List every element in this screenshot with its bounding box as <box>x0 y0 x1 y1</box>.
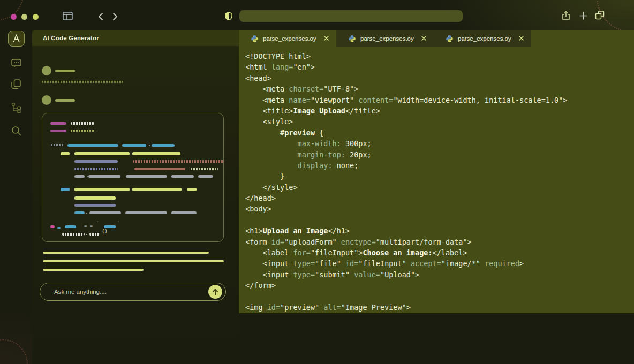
skeleton-bar <box>191 168 218 170</box>
code-line: </form> <box>245 280 634 291</box>
skeleton-glyph: () <box>102 229 108 234</box>
code-line: } <box>245 171 634 181</box>
code-line: </head> <box>245 193 634 203</box>
sidebar-item-app-logo[interactable] <box>0 31 32 47</box>
skeleton-bar <box>74 196 116 200</box>
ai-panel: AI Code Generator = =``() <box>32 30 239 364</box>
skeleton-bar <box>57 227 61 229</box>
sidebar-item-chat[interactable] <box>0 59 32 68</box>
skeleton-glyph: = = <box>84 223 93 229</box>
code-line: <input type="submit" value="Upload"> <box>245 269 634 280</box>
skeleton-name-bar <box>55 99 75 102</box>
skeleton-bar <box>50 122 66 125</box>
close-icon[interactable] <box>421 35 426 42</box>
arrow-up-icon <box>212 289 218 295</box>
code-area[interactable]: <!DOCTYPE html><html lang="en"><head> <m… <box>239 47 634 313</box>
editor-tab[interactable]: parse_expenses.oy <box>434 30 531 47</box>
code-line: <head> <box>245 73 634 84</box>
skeleton-avatar <box>42 66 51 75</box>
traffic-light-zoom[interactable] <box>33 14 39 20</box>
ask-input-container <box>40 283 226 301</box>
skeleton-bar <box>62 233 85 236</box>
code-line: <body> <box>245 203 634 214</box>
code-line: <meta name="viewport" content="width=dev… <box>245 95 634 105</box>
code-line: <form id="uploadForm" enctype="multipart… <box>245 237 634 247</box>
skeleton-glyph: ` <box>96 221 99 226</box>
code-line: <img id="preview" alt="Image Preview"> <box>245 302 634 313</box>
skeleton-bar <box>61 188 70 191</box>
skeleton-message-line <box>42 81 123 83</box>
skeleton-bar <box>51 144 64 146</box>
skeleton-bar <box>50 225 55 228</box>
new-tab-icon <box>579 13 587 21</box>
code-line: <label for="fileInput">Choose an image:<… <box>245 247 634 258</box>
skeleton-bar <box>86 234 87 235</box>
skeleton-bar <box>198 175 213 178</box>
forward-button[interactable] <box>112 13 118 20</box>
ask-input[interactable] <box>40 289 225 295</box>
skeleton-bar <box>74 168 118 170</box>
sidebar-toggle-icon <box>63 14 73 22</box>
skeleton-bar <box>88 175 120 178</box>
sidebar-toggle-button[interactable] <box>63 12 73 20</box>
tab-label: parse_expenses.oy <box>360 35 417 42</box>
skeleton-bar <box>152 144 175 147</box>
skeleton-bar <box>61 152 70 155</box>
code-line: max-width: 300px; <box>245 138 634 149</box>
skeleton-bar <box>134 168 185 170</box>
skeleton-bar <box>126 175 167 178</box>
tab-overview-button[interactable] <box>595 11 605 20</box>
sidebar-item-search[interactable] <box>0 126 32 136</box>
sidebar-item-pages[interactable] <box>0 79 32 89</box>
code-line <box>245 291 634 302</box>
url-bar[interactable] <box>239 10 463 22</box>
close-icon[interactable] <box>519 35 524 42</box>
chat-skeleton: = =``() <box>32 46 239 364</box>
logo-a-icon <box>8 31 25 47</box>
sidebar-item-flow[interactable] <box>0 102 32 113</box>
skeleton-bar <box>74 204 116 207</box>
skeleton-bar <box>171 211 197 214</box>
skeleton-bar <box>89 211 121 214</box>
skeleton-bar <box>71 130 95 132</box>
skeleton-bar <box>74 152 130 155</box>
skeleton-bar <box>50 130 66 132</box>
share-button[interactable] <box>562 11 570 20</box>
code-line: <h1>Upload an Image</h1> <box>245 225 634 236</box>
skeleton-bar <box>74 211 85 214</box>
skeleton-bar <box>74 175 85 178</box>
skeleton-bar <box>89 233 100 236</box>
send-button[interactable] <box>208 285 222 299</box>
chat-icon <box>11 59 21 68</box>
skeleton-glyph: ` <box>117 221 120 226</box>
code-line: <style> <box>245 116 634 127</box>
close-icon[interactable] <box>324 35 329 42</box>
skeleton-name-bar <box>55 70 75 72</box>
shield-icon <box>225 12 232 20</box>
skeleton-bar <box>171 175 194 178</box>
traffic-light-close[interactable] <box>11 14 17 20</box>
code-line: <input type="file" id="fileInput" accept… <box>245 258 634 269</box>
skeleton-line <box>43 260 224 262</box>
tab-label: parse_expenses.oy <box>458 35 515 42</box>
code-line: <title>Image Upload</title> <box>245 105 634 116</box>
back-icon <box>98 14 103 22</box>
skeleton-bar <box>133 160 224 163</box>
new-tab-button[interactable] <box>579 12 587 20</box>
traffic-light-minimize[interactable] <box>21 14 27 20</box>
tab-label: parse_expenses.oy <box>263 35 320 42</box>
editor-tab[interactable]: parse_expenses.oy <box>336 30 434 47</box>
code-line: margin-top: 20px; <box>245 149 634 160</box>
python-icon <box>348 35 356 43</box>
tab-overview-icon <box>595 13 605 21</box>
code-line: display: none; <box>245 160 634 171</box>
skeleton-bar <box>71 122 94 125</box>
skeleton-bar <box>125 211 167 214</box>
code-line <box>245 215 634 225</box>
icon-rail <box>0 30 32 364</box>
back-button[interactable] <box>98 13 103 20</box>
skeleton-bar <box>122 144 146 147</box>
editor: parse_expenses.oy parse_expenses.oy <box>239 30 634 313</box>
editor-tab[interactable]: parse_expenses.oy <box>239 30 336 47</box>
skeleton-bar <box>132 152 180 155</box>
